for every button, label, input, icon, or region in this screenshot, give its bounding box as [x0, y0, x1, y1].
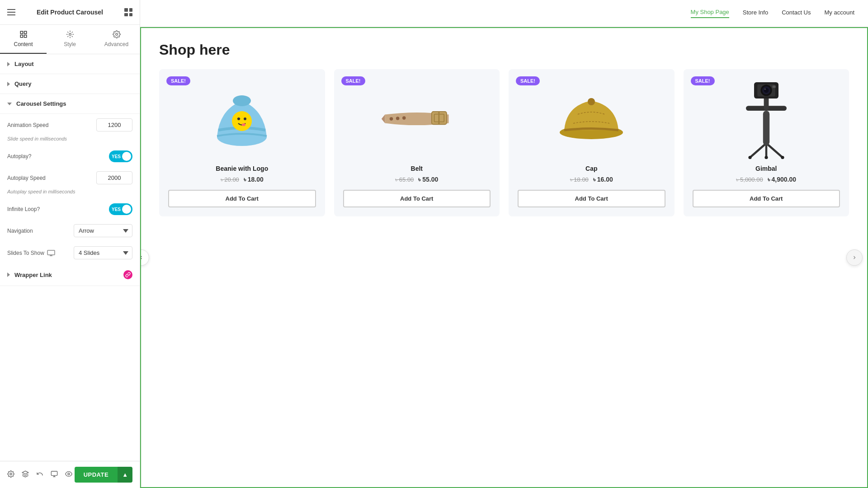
nav-contact-us[interactable]: Contact Us	[782, 9, 811, 18]
eye-icon[interactable]	[65, 470, 72, 479]
product-card-4: SALE!	[684, 69, 849, 216]
layers-icon[interactable]	[22, 470, 29, 479]
autoplay-speed-hint: Autoplay speed in milliseconds	[0, 189, 140, 199]
sidebar-content: Layout Query Carousel Settings Animation…	[0, 54, 140, 461]
price-old-4: ৳ 5,000.00	[736, 176, 763, 183]
svg-rect-1	[24, 31, 26, 33]
navigation-select[interactable]: Arrow Dots Both None	[74, 224, 132, 237]
tab-style-label: Style	[64, 41, 76, 47]
svg-rect-0	[20, 31, 23, 33]
nav-links: My Shop Page Store Info Contact Us My ac…	[691, 9, 854, 18]
hamburger-icon[interactable]	[7, 9, 15, 15]
svg-point-7	[10, 473, 12, 475]
svg-line-27	[766, 143, 783, 158]
sidebar: Edit Product Carousel Content Style Adva…	[0, 0, 140, 488]
top-nav: My Shop Page Store Info Contact Us My ac…	[140, 0, 868, 27]
layout-section-header[interactable]: Layout	[0, 54, 140, 74]
tab-content-label: Content	[14, 41, 33, 47]
svg-point-10	[68, 473, 70, 475]
carousel-arrow-right[interactable]	[846, 249, 863, 266]
sale-badge-4: SALE!	[691, 76, 715, 85]
navigation-label: Navigation	[7, 228, 33, 234]
infinite-loop-toggle[interactable]: YES	[109, 203, 132, 215]
animation-speed-row: Animation Speed	[0, 114, 140, 136]
svg-rect-31	[763, 111, 769, 145]
wrapper-link-label: Wrapper Link	[14, 272, 52, 278]
undo-icon[interactable]	[36, 470, 43, 479]
query-section-header[interactable]: Query	[0, 74, 140, 94]
wrapper-link-icon	[123, 270, 132, 279]
tab-content[interactable]: Content	[0, 25, 47, 54]
product-name-2: Belt	[411, 165, 423, 172]
query-chevron	[7, 82, 10, 86]
price-row-3: ৳ 18.00 ৳ 16.00	[570, 176, 613, 183]
product-card-1: SALE!	[159, 69, 325, 216]
autoplay-row: Autoplay? YES	[0, 146, 140, 167]
add-to-cart-4[interactable]: Add To Cart	[693, 190, 840, 207]
nav-my-account[interactable]: My account	[825, 9, 854, 18]
product-image-4	[730, 78, 802, 160]
layout-label: Layout	[14, 61, 34, 67]
slides-to-show-select[interactable]: 1 Slide 2 Slides 3 Slides 4 Slides 5 Sli…	[74, 246, 132, 259]
tab-advanced[interactable]: Advanced	[93, 25, 140, 54]
price-row-2: ৳ 65.00 ৳ 55.00	[395, 176, 438, 183]
nav-store-info[interactable]: Store Info	[743, 9, 768, 18]
svg-point-39	[764, 89, 766, 90]
svg-point-28	[748, 156, 751, 159]
add-to-cart-3[interactable]: Add To Cart	[518, 190, 665, 207]
product-image-3	[555, 78, 627, 160]
price-new-3: ৳ 16.00	[593, 176, 613, 183]
svg-point-16	[242, 123, 245, 126]
tab-bar: Content Style Advanced	[0, 25, 140, 54]
sale-badge-2: SALE!	[341, 76, 365, 85]
product-name-3: Cap	[585, 165, 597, 172]
settings-icon[interactable]	[7, 470, 14, 479]
monitor-footer-icon[interactable]	[51, 470, 58, 479]
svg-point-24	[588, 98, 595, 105]
svg-rect-6	[47, 250, 55, 255]
price-old-3: ৳ 18.00	[570, 176, 589, 183]
product-card-3: SALE! Cap	[509, 69, 675, 216]
update-btn-wrap: UPDATE ▲	[75, 467, 132, 483]
query-label: Query	[14, 80, 32, 87]
svg-rect-2	[20, 35, 23, 38]
sale-badge-3: SALE!	[516, 76, 540, 85]
add-to-cart-1[interactable]: Add To Cart	[168, 190, 316, 207]
autoplay-label: Autoplay?	[7, 153, 31, 160]
product-name-4: Gimbal	[755, 165, 777, 172]
grid-icon[interactable]	[124, 8, 132, 16]
price-row-4: ৳ 5,000.00 ৳ 4,900.00	[736, 176, 796, 183]
svg-rect-40	[772, 85, 775, 88]
svg-point-30	[781, 156, 784, 159]
page-area: Shop here SALE!	[140, 27, 868, 488]
update-arrow-button[interactable]: ▲	[118, 467, 132, 483]
wrapper-link-section[interactable]: Wrapper Link	[0, 264, 140, 286]
autoplay-yes-label: YES	[112, 154, 121, 159]
sale-badge-1: SALE!	[166, 76, 190, 85]
tab-style[interactable]: Style	[47, 25, 93, 54]
autoplay-speed-label: Autoplay Speed	[7, 175, 46, 181]
carousel-arrow-left[interactable]	[140, 249, 149, 266]
svg-point-19	[402, 116, 406, 120]
update-button[interactable]: UPDATE	[75, 467, 118, 483]
svg-point-4	[69, 33, 71, 36]
animation-speed-input[interactable]	[96, 118, 132, 131]
sidebar-header: Edit Product Carousel	[0, 0, 140, 25]
sidebar-title: Edit Product Carousel	[37, 9, 103, 16]
nav-my-shop[interactable]: My Shop Page	[691, 9, 729, 18]
animation-speed-hint: Slide speed in milliseconds	[0, 136, 140, 146]
navigation-row: Navigation Arrow Dots Both None	[0, 220, 140, 242]
products-grid: SALE!	[159, 69, 849, 216]
svg-point-12	[233, 95, 251, 106]
carousel-settings-label: Carousel Settings	[16, 100, 66, 107]
autoplay-toggle[interactable]: YES	[109, 150, 132, 162]
infinite-loop-label: Infinite Loop?	[7, 206, 40, 212]
slides-to-show-row: Slides To Show 1 Slide 2 Slides 3 Slides…	[0, 242, 140, 264]
price-old-2: ৳ 65.00	[395, 176, 414, 183]
add-to-cart-2[interactable]: Add To Cart	[343, 190, 491, 207]
svg-point-17	[390, 117, 393, 121]
infinite-loop-row: Infinite Loop? YES	[0, 199, 140, 220]
svg-point-18	[396, 117, 400, 120]
carousel-settings-header[interactable]: Carousel Settings	[0, 94, 140, 114]
autoplay-speed-input[interactable]	[96, 171, 132, 184]
